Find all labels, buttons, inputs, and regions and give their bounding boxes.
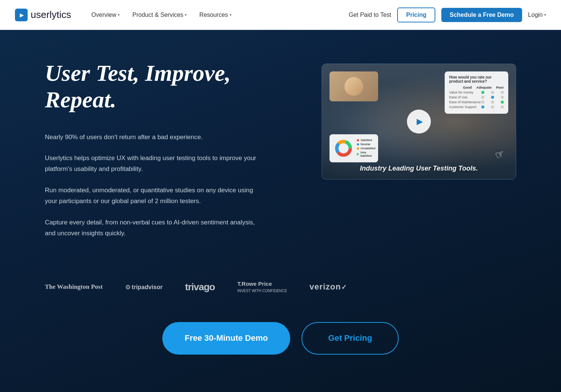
hero-title: User Test, Improve, Repeat. — [45, 60, 258, 113]
donut-chart-card: Satisfied Neutral Unsatisfied Very — [329, 134, 378, 162]
hero-content: User Test, Improve, Repeat. Nearly 90% o… — [45, 60, 280, 259]
nav-links: Overview ▾ Product & Services ▾ Resource… — [86, 9, 349, 21]
schedule-demo-button[interactable]: Schedule a Free Demo — [441, 8, 522, 22]
login-chevron-icon: ▾ — [544, 13, 546, 17]
get-pricing-button[interactable]: Get Pricing — [301, 322, 399, 355]
company-logos: The Washington Post ⊙ tripadvisor trivag… — [45, 259, 516, 303]
hero-paragraph-1: Nearly 90% of users don't return after a… — [45, 132, 258, 143]
logo-icon — [15, 9, 28, 21]
navbar: userlytics Overview ▾ Product & Services… — [0, 0, 561, 30]
resources-chevron-icon: ▾ — [230, 13, 232, 17]
hero-section: User Test, Improve, Repeat. Nearly 90% o… — [0, 30, 561, 392]
logo-trivago: trivago — [185, 281, 215, 293]
play-button[interactable] — [407, 110, 431, 134]
login-menu[interactable]: Login ▾ — [528, 12, 546, 18]
pricing-button[interactable]: Pricing — [397, 7, 435, 22]
rating-card: How would you rate our product and servi… — [445, 71, 508, 114]
hero-body: Nearly 90% of users don't return after a… — [45, 132, 258, 239]
logo-text: userlytics — [31, 9, 71, 21]
hero-paragraph-2: Userlytics helps optimize UX with leadin… — [45, 153, 258, 175]
video-face-overlay — [329, 71, 378, 101]
rating-row-2: Ease of Use — [449, 95, 504, 99]
hero-paragraph-3: Run moderated, unmoderated, or quantitat… — [45, 185, 258, 207]
dot-poor — [501, 91, 504, 94]
donut-chart — [333, 138, 354, 159]
nav-overview[interactable]: Overview ▾ — [86, 9, 125, 21]
logo-troweprice: T.Rowe PriceINVEST WITH CONFIDENCE — [237, 281, 287, 293]
dot-avg — [491, 91, 494, 94]
cta-section: Free 30-Minute Demo Get Pricing — [45, 311, 516, 370]
products-chevron-icon: ▾ — [185, 13, 187, 17]
logo-washington-post: The Washington Post — [45, 283, 103, 291]
rating-row-4: Customer Support — [449, 105, 504, 109]
face-avatar — [344, 77, 363, 96]
free-demo-button[interactable]: Free 30-Minute Demo — [162, 322, 291, 355]
logo[interactable]: userlytics — [15, 9, 71, 21]
rating-row-1: Value for money — [449, 91, 504, 94]
overview-chevron-icon: ▾ — [118, 13, 120, 17]
rating-row-3: Ease of Maintenance — [449, 100, 504, 104]
nav-right: Get Paid to Test Pricing Schedule a Free… — [349, 7, 546, 22]
donut-legend: Satisfied Neutral Unsatisfied Very — [357, 138, 375, 158]
video-label: Industry Leading User Testing Tools. — [360, 165, 478, 172]
nav-products[interactable]: Product & Services ▾ — [127, 9, 192, 21]
face-image — [329, 71, 378, 101]
dot-good — [481, 91, 484, 94]
hero-paragraph-4: Capture every detail, from non-verbal cu… — [45, 217, 258, 239]
nav-resources[interactable]: Resources ▾ — [194, 9, 236, 21]
video-thumbnail[interactable]: Industry Leading User Testing Tools. How… — [322, 64, 516, 180]
hero-video-col: Industry Leading User Testing Tools. How… — [280, 60, 516, 259]
rating-card-title: How would you rate our product and servi… — [449, 75, 504, 83]
logo-verizon: verizon✓ — [310, 282, 347, 292]
logo-tripadvisor: ⊙ tripadvisor — [125, 284, 163, 291]
rating-header-row: Good Adequate Poor — [449, 86, 504, 89]
get-paid-link[interactable]: Get Paid to Test — [349, 12, 391, 18]
